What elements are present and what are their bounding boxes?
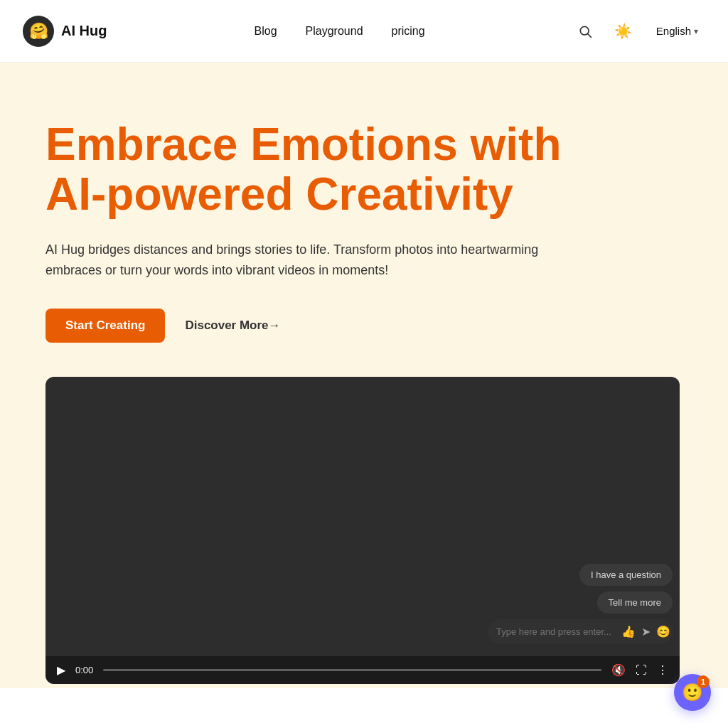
play-icon: ▶ — [57, 663, 65, 677]
fullscreen-button[interactable]: ⛶ — [636, 664, 647, 677]
video-player: I have a question Tell me more 👍 ➤ 😊 ▶ 0… — [46, 377, 680, 684]
sun-icon: ☀️ — [614, 23, 632, 40]
chat-input-row: 👍 ➤ 😊 — [488, 619, 673, 644]
hero-title: Embrace Emotions with AI-powered Creativ… — [46, 119, 600, 220]
nav-links: Blog Playground pricing — [255, 25, 425, 38]
mute-button[interactable]: 🔇 — [611, 663, 626, 677]
navbar: 🤗 AI Hug Blog Playground pricing ☀️ Engl… — [0, 0, 728, 63]
video-controls: ▶ 0:00 🔇 ⛶ ⋮ — [46, 656, 680, 684]
chat-thumbs-up[interactable]: 👍 — [621, 625, 636, 638]
hero-buttons: Start Creating Discover More→ — [46, 309, 682, 343]
chat-bubble-2: Tell me more — [597, 592, 673, 614]
video-time: 0:00 — [75, 665, 93, 675]
search-button[interactable] — [572, 18, 598, 44]
discover-more-button[interactable]: Discover More→ — [185, 318, 280, 333]
logo-icon: 🤗 — [23, 16, 54, 47]
start-creating-button[interactable]: Start Creating — [46, 309, 165, 343]
brand-name: AI Hug — [61, 23, 107, 39]
language-selector[interactable]: English ▾ — [649, 21, 705, 41]
more-options-button[interactable]: ⋮ — [657, 663, 668, 677]
chat-bubble-1: I have a question — [579, 564, 673, 586]
nav-pricing[interactable]: pricing — [392, 25, 425, 38]
chat-overlay: I have a question Tell me more 👍 ➤ 😊 — [488, 564, 673, 644]
play-button[interactable]: ▶ — [57, 663, 65, 677]
nav-blog[interactable]: Blog — [255, 25, 277, 38]
logo-emoji: 🤗 — [29, 22, 48, 41]
hero-subtitle: AI Hug bridges distances and brings stor… — [46, 240, 557, 281]
video-control-icons: 🔇 ⛶ ⋮ — [611, 663, 668, 677]
search-icon — [578, 24, 592, 38]
theme-toggle-button[interactable]: ☀️ — [611, 18, 636, 44]
svg-line-1 — [588, 33, 592, 37]
chat-input[interactable] — [496, 626, 616, 637]
chevron-down-icon: ▾ — [694, 26, 698, 36]
nav-playground[interactable]: Playground — [306, 25, 363, 38]
chat-emoji[interactable]: 😊 — [656, 625, 670, 638]
progress-bar[interactable] — [103, 669, 601, 671]
logo[interactable]: 🤗 AI Hug — [23, 16, 107, 47]
nav-actions: ☀️ English ▾ — [572, 18, 705, 44]
chat-send[interactable]: ➤ — [641, 625, 651, 638]
hero-section: Embrace Emotions with AI-powered Creativ… — [0, 63, 728, 688]
chat-badge: 1 — [697, 675, 710, 688]
language-label: English — [656, 25, 691, 37]
